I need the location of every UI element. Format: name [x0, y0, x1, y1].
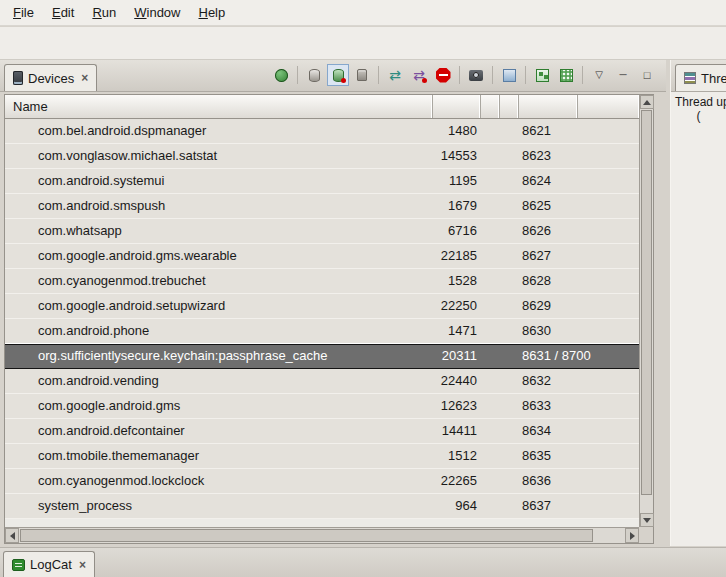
toolbar-strip	[0, 27, 726, 60]
process-name: com.bel.android.dspmanager	[5, 119, 433, 143]
process-row[interactable]: system_process9648637	[5, 494, 639, 519]
close-icon[interactable]: ×	[81, 71, 88, 85]
process-name: org.sufficientlysecure.keychain:passphra…	[5, 345, 433, 368]
menu-run[interactable]: Run	[83, 2, 125, 23]
tab-logcat[interactable]: LogCat ×	[3, 551, 95, 577]
process-row[interactable]: com.android.vending224408632	[5, 369, 639, 394]
threads-panel: Threa Thread up (	[670, 60, 726, 546]
process-row[interactable]: com.google.android.gms.wearable221858627	[5, 244, 639, 269]
menu-file[interactable]: File	[4, 2, 43, 23]
cause-gc-icon[interactable]	[351, 64, 373, 86]
process-row[interactable]: com.android.systemui11958624	[5, 169, 639, 194]
logcat-bar: LogCat ×	[0, 547, 726, 577]
column-header-name[interactable]: Name	[5, 95, 433, 118]
process-pid: 1679	[433, 194, 481, 218]
menubar: FileEditRunWindowHelp	[0, 0, 726, 26]
column-header-port[interactable]	[519, 95, 578, 118]
pixel-perfect-icon[interactable]	[555, 64, 577, 86]
maximize-icon: □	[644, 70, 651, 81]
process-row-selected[interactable]: org.sufficientlysecure.keychain:passphra…	[5, 344, 639, 369]
vertical-scrollbar[interactable]	[639, 95, 653, 527]
hierarchy-view-icon[interactable]	[531, 64, 553, 86]
process-empty-cell	[500, 345, 519, 368]
system-info-icon[interactable]	[498, 64, 520, 86]
column-header-pid[interactable]	[433, 95, 481, 118]
trash-icon	[357, 69, 367, 81]
process-row[interactable]: com.tmobile.thememanager15128635	[5, 444, 639, 469]
process-row[interactable]: com.android.defcontainer144118634	[5, 419, 639, 444]
process-empty-cell	[500, 169, 519, 193]
scroll-down-button[interactable]	[640, 513, 654, 527]
process-name: com.android.smspush	[5, 194, 433, 218]
process-row[interactable]: com.android.phone14718630	[5, 319, 639, 344]
process-row[interactable]: com.whatsapp67168626	[5, 219, 639, 244]
process-port: 8636	[519, 469, 639, 493]
process-row[interactable]: com.cyanogenmod.lockclock222658636	[5, 469, 639, 494]
tab-devices[interactable]: Devices ×	[4, 64, 97, 91]
scroll-left-button[interactable]	[5, 528, 19, 543]
process-pid: 14411	[433, 419, 481, 443]
dump-hprof-icon[interactable]	[327, 64, 349, 86]
process-row[interactable]: com.bel.android.dspmanager14808621	[5, 119, 639, 144]
vertical-scroll-thumb[interactable]	[641, 110, 652, 495]
process-empty-cell	[500, 494, 519, 518]
process-empty-cell	[481, 219, 500, 243]
view-menu-icon[interactable]: ▽	[588, 64, 610, 86]
arrow-up-icon	[643, 100, 651, 105]
horizontal-scrollbar[interactable]	[5, 527, 639, 543]
devices-tab-bar: Devices × ⇄ ⇄ ▽	[0, 60, 666, 92]
screen-capture-icon[interactable]	[465, 64, 487, 86]
process-name: com.android.defcontainer	[5, 419, 433, 443]
process-row[interactable]: com.google.android.gms126238633	[5, 394, 639, 419]
stop-process-icon[interactable]	[432, 64, 454, 86]
debug-process-icon[interactable]	[270, 64, 292, 86]
process-pid: 22265	[433, 469, 481, 493]
update-heap-icon[interactable]	[303, 64, 325, 86]
column-header-empty-1[interactable]	[481, 95, 500, 118]
close-icon[interactable]: ×	[79, 558, 86, 572]
process-empty-cell	[481, 494, 500, 518]
process-port: 8627	[519, 244, 639, 268]
profiling-dot-icon	[422, 78, 427, 83]
process-port: 8626	[519, 219, 639, 243]
process-port: 8621	[519, 119, 639, 143]
start-method-profiling-icon[interactable]: ⇄	[408, 64, 430, 86]
scroll-up-button[interactable]	[640, 95, 654, 109]
ddms-window: FileEditRunWindowHelp Devices × ⇄ ⇄	[0, 0, 726, 577]
minimize-view-icon[interactable]: ─	[612, 64, 634, 86]
process-port: 8637	[519, 494, 639, 518]
toolbar-separator	[582, 66, 583, 84]
process-row[interactable]: com.android.smspush16798625	[5, 194, 639, 219]
process-empty-cell	[481, 369, 500, 393]
process-name: com.google.android.gms.wearable	[5, 244, 433, 268]
process-empty-cell	[481, 319, 500, 343]
arrow-right-icon	[630, 532, 635, 540]
process-pid: 1528	[433, 269, 481, 293]
process-name: com.android.phone	[5, 319, 433, 343]
process-row[interactable]: com.vonglasow.michael.satstat145538623	[5, 144, 639, 169]
process-pid: 22250	[433, 294, 481, 318]
process-pid: 22440	[433, 369, 481, 393]
threads-arrows-icon: ⇄	[389, 68, 401, 82]
menu-edit[interactable]: Edit	[43, 2, 83, 23]
grid-icon	[560, 69, 573, 82]
process-row[interactable]: com.google.android.setupwizard222508629	[5, 294, 639, 319]
process-name: com.tmobile.thememanager	[5, 444, 433, 468]
camera-icon	[469, 70, 483, 81]
tab-threads[interactable]: Threa	[675, 64, 726, 91]
process-pid: 20311	[433, 345, 481, 368]
process-pid: 1471	[433, 319, 481, 343]
process-pid: 22185	[433, 244, 481, 268]
maximize-view-icon[interactable]: □	[636, 64, 658, 86]
process-name: com.whatsapp	[5, 219, 433, 243]
menu-help[interactable]: Help	[189, 2, 234, 23]
update-threads-icon[interactable]: ⇄	[384, 64, 406, 86]
column-header-empty-2[interactable]	[500, 95, 519, 118]
devices-panel: Devices × ⇄ ⇄ ▽	[0, 60, 666, 546]
column-header-filler	[578, 95, 639, 118]
scroll-right-button[interactable]	[625, 528, 639, 543]
menu-window[interactable]: Window	[125, 2, 189, 23]
horizontal-scroll-thumb[interactable]	[20, 529, 593, 542]
process-row[interactable]: com.cyanogenmod.trebuchet15288628	[5, 269, 639, 294]
process-port: 8634	[519, 419, 639, 443]
